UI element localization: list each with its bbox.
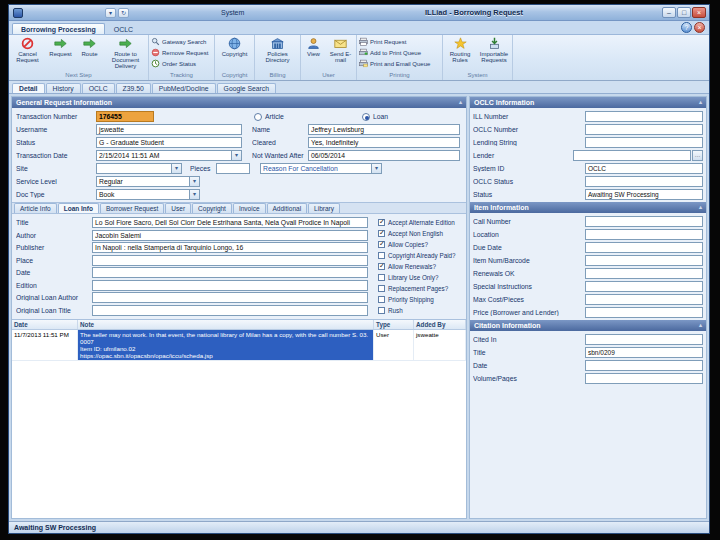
order-status-button[interactable]: Order Status xyxy=(149,58,214,69)
checkbox[interactable] xyxy=(378,274,385,281)
collapse-icon[interactable]: ▴ xyxy=(459,97,462,108)
ribbon-tab-borrowing-processing[interactable]: Borrowing Processing xyxy=(12,23,105,34)
collapse-icon[interactable]: ▴ xyxy=(699,320,702,331)
date-field[interactable] xyxy=(92,267,368,278)
collapse-icon[interactable]: ▴ xyxy=(699,202,702,213)
notes-addedby-column-header[interactable]: Added By xyxy=(414,320,466,329)
request-button[interactable]: Request xyxy=(46,36,76,58)
minimize-button[interactable]: – xyxy=(662,7,676,18)
edition-field[interactable] xyxy=(92,280,368,291)
original-loan-author-field[interactable] xyxy=(92,292,368,303)
checkbox[interactable] xyxy=(378,219,385,226)
maximize-button[interactable]: □ xyxy=(677,7,691,18)
add-to-print-queue-button[interactable]: Add to Print Queue xyxy=(357,47,442,58)
panel-field-input[interactable] xyxy=(585,229,703,240)
route-to-document-delivery-button[interactable]: Route to Document Delivery xyxy=(104,36,148,71)
checkbox[interactable] xyxy=(378,230,385,237)
cancel-request-button[interactable]: Cancel Request xyxy=(10,36,46,64)
status-field[interactable]: G - Graduate Student xyxy=(96,137,242,148)
checkbox[interactable] xyxy=(378,307,385,314)
panel-field-input[interactable] xyxy=(585,111,703,122)
save-layout-icon[interactable]: ▾ xyxy=(105,8,116,18)
checkbox[interactable] xyxy=(378,252,385,259)
ribbon-tab-oclc[interactable]: OCLC xyxy=(105,23,142,34)
policies-directory-button[interactable]: Policies Directory xyxy=(256,36,300,64)
title-field[interactable]: Lo Sol Fiore Sacro, Dell Sol Clorr Dele … xyxy=(92,217,368,228)
name-field[interactable]: Jeffrey Lewisburg xyxy=(308,124,460,135)
view-user-button[interactable]: View xyxy=(302,36,326,58)
reason-for-cancellation-field[interactable]: Reason For Cancellation xyxy=(260,163,382,174)
tab-invoice[interactable]: Invoice xyxy=(233,203,266,213)
not-wanted-after-field[interactable]: 06/05/2014 xyxy=(308,150,460,161)
pieces-field[interactable] xyxy=(216,163,250,174)
tab-copyright[interactable]: Copyright xyxy=(192,203,232,213)
panel-field-input[interactable] xyxy=(585,176,703,187)
panel-field-input[interactable]: Awaiting SW Processing xyxy=(585,189,703,200)
close-button[interactable]: × xyxy=(692,7,706,18)
panel-field-input[interactable] xyxy=(573,150,691,161)
tab-history[interactable]: History xyxy=(46,83,81,93)
tab-pubmed-docline[interactable]: PubMed/Docline xyxy=(152,83,216,93)
tab-z3950[interactable]: Z39.50 xyxy=(116,83,151,93)
tab-article-info[interactable]: Article Info xyxy=(14,203,57,213)
checkbox[interactable] xyxy=(378,241,385,248)
panel-field-input[interactable] xyxy=(585,281,703,292)
transaction-date-field[interactable]: 2/15/2014 11:51 AM xyxy=(96,150,242,161)
panel-field-input[interactable] xyxy=(585,268,703,279)
route-button[interactable]: Route xyxy=(76,36,104,58)
tab-additional[interactable]: Additional xyxy=(267,203,308,213)
exit-button[interactable]: × xyxy=(694,22,705,33)
refresh-icon[interactable]: ↻ xyxy=(118,8,129,18)
panel-field-input[interactable] xyxy=(585,334,703,345)
copyright-button[interactable]: Copyright xyxy=(217,36,253,58)
importable-requests-button[interactable]: Importable Requests xyxy=(477,36,512,64)
article-radio[interactable] xyxy=(254,113,262,121)
original-loan-title-field[interactable] xyxy=(92,305,368,316)
system-menu[interactable]: System xyxy=(217,8,248,17)
note-row[interactable]: 11/7/2013 11:51 PM The seller may not wo… xyxy=(12,330,466,361)
panel-field-input[interactable] xyxy=(585,307,703,318)
username-field[interactable]: jsweatte xyxy=(96,124,242,135)
panel-field-input[interactable] xyxy=(585,255,703,266)
tab-library[interactable]: Library xyxy=(308,203,340,213)
tab-detail[interactable]: Detail xyxy=(12,83,45,93)
panel-field-input[interactable] xyxy=(585,373,703,384)
panel-field-input[interactable] xyxy=(585,242,703,253)
checkbox[interactable] xyxy=(378,285,385,292)
send-email-button[interactable]: Send E-mail xyxy=(326,36,356,64)
panel-field-input[interactable] xyxy=(585,124,703,135)
gateway-search-button[interactable]: Gateway Search xyxy=(149,36,214,47)
help-button[interactable]: ? xyxy=(681,22,692,33)
service-level-field[interactable]: Regular xyxy=(96,176,200,187)
tab-borrower-request[interactable]: Borrower Request xyxy=(100,203,164,213)
remove-request-button[interactable]: Remove Request xyxy=(149,47,214,58)
tab-loan-info[interactable]: Loan Info xyxy=(58,203,99,213)
collapse-icon[interactable]: ▴ xyxy=(699,97,702,108)
loan-radio[interactable] xyxy=(362,113,370,121)
cleared-field[interactable]: Yes, Indefinitely xyxy=(308,137,460,148)
tab-oclc[interactable]: OCLC xyxy=(82,83,115,93)
publisher-field[interactable]: In Napoli : nella Stamperia di Tarquinio… xyxy=(92,242,368,253)
panel-field-input[interactable]: OCLC xyxy=(585,163,703,174)
panel-field-input[interactable] xyxy=(585,137,703,148)
panel-field-input[interactable] xyxy=(585,294,703,305)
notes-date-column-header[interactable]: Date xyxy=(12,320,78,329)
site-field[interactable] xyxy=(96,163,182,174)
tab-google-search[interactable]: Google Search xyxy=(217,83,276,93)
checkbox[interactable] xyxy=(378,263,385,270)
routing-rules-button[interactable]: Routing Rules xyxy=(444,36,477,64)
tab-user[interactable]: User xyxy=(165,203,191,213)
doc-type-field[interactable]: Book xyxy=(96,189,200,200)
print-request-button[interactable]: Print Request xyxy=(357,36,442,47)
notes-type-column-header[interactable]: Type xyxy=(374,320,414,329)
panel-field-input[interactable] xyxy=(585,360,703,371)
author-field[interactable]: Jacobin Salemi xyxy=(92,230,368,241)
checkbox[interactable] xyxy=(378,296,385,303)
notes-note-column-header[interactable]: Note xyxy=(78,320,374,329)
transaction-number-field[interactable]: 176455 xyxy=(96,111,154,122)
browse-button[interactable]: … xyxy=(692,150,703,161)
panel-field-input[interactable]: sbn/0209 xyxy=(585,347,703,358)
print-and-email-queue-button[interactable]: Print and Email Queue xyxy=(357,58,442,69)
panel-field-input[interactable] xyxy=(585,216,703,227)
place-field[interactable] xyxy=(92,255,368,266)
